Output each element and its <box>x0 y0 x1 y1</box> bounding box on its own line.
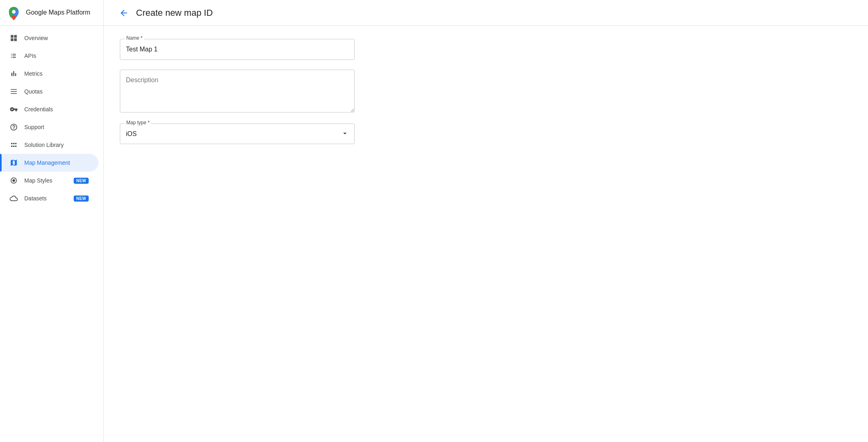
sidebar-item-apis-label: APIs <box>24 53 89 59</box>
description-input[interactable] <box>120 70 355 113</box>
sidebar: Google Maps Platform Overview APIs Metri… <box>0 0 104 442</box>
apis-icon <box>10 52 18 60</box>
sidebar-item-metrics[interactable]: Metrics <box>0 65 98 83</box>
svg-point-0 <box>12 10 16 13</box>
sidebar-item-credentials[interactable]: Credentials <box>0 100 98 118</box>
map-type-select-wrapper: JavaScript Android iOS <box>120 123 355 144</box>
credentials-icon <box>10 105 18 113</box>
sidebar-nav: Overview APIs Metrics Quotas <box>0 26 103 210</box>
sidebar-item-support-label: Support <box>24 124 89 130</box>
sidebar-item-quotas[interactable]: Quotas <box>0 83 98 100</box>
map-type-select[interactable]: JavaScript Android iOS <box>120 123 355 144</box>
sidebar-item-map-management[interactable]: Map Management <box>0 154 98 172</box>
map-management-icon <box>10 159 18 167</box>
datasets-icon <box>10 194 18 202</box>
map-styles-icon <box>10 176 18 185</box>
sidebar-item-datasets-label: Datasets <box>24 195 70 202</box>
sidebar-item-overview[interactable]: Overview <box>0 29 98 47</box>
metrics-icon <box>10 70 18 78</box>
google-maps-logo <box>6 6 21 20</box>
back-button[interactable] <box>117 6 131 20</box>
main-content: Name Map type JavaScript Android iOS <box>104 26 868 442</box>
page-title: Create new map ID <box>136 8 213 18</box>
form-container: Name Map type JavaScript Android iOS <box>120 39 355 144</box>
name-input[interactable] <box>120 39 355 60</box>
support-icon <box>10 123 18 131</box>
sidebar-item-map-styles[interactable]: Map Styles NEW <box>0 172 98 189</box>
sidebar-item-support[interactable]: Support <box>0 118 98 136</box>
name-field: Name <box>120 39 355 60</box>
overview-icon <box>10 34 18 42</box>
name-label: Name <box>125 35 144 41</box>
sidebar-item-datasets[interactable]: Datasets NEW <box>0 189 98 207</box>
map-type-field: Map type JavaScript Android iOS <box>120 123 355 144</box>
datasets-new-badge: NEW <box>74 196 89 202</box>
sidebar-item-solution-library[interactable]: Solution Library <box>0 136 98 154</box>
main-header: Create new map ID <box>104 0 868 26</box>
quotas-icon <box>10 87 18 96</box>
sidebar-title: Google Maps Platform <box>26 8 90 17</box>
sidebar-header: Google Maps Platform <box>0 0 103 26</box>
map-styles-new-badge: NEW <box>74 178 89 184</box>
sidebar-item-quotas-label: Quotas <box>24 88 89 95</box>
back-arrow-icon <box>119 8 129 18</box>
map-type-label: Map type <box>125 120 151 125</box>
solution-library-icon <box>10 141 18 149</box>
sidebar-item-credentials-label: Credentials <box>24 106 89 113</box>
sidebar-item-solution-library-label: Solution Library <box>24 142 89 148</box>
sidebar-item-apis[interactable]: APIs <box>0 47 98 65</box>
sidebar-item-map-management-label: Map Management <box>24 159 89 166</box>
sidebar-item-metrics-label: Metrics <box>24 70 89 77</box>
description-field <box>120 70 355 114</box>
main: Create new map ID Name Map type JavaScri… <box>104 0 868 442</box>
sidebar-item-map-styles-label: Map Styles <box>24 177 70 184</box>
sidebar-item-overview-label: Overview <box>24 35 89 41</box>
